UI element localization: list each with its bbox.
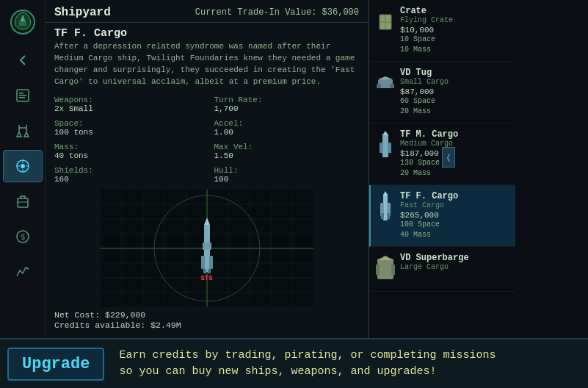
main-area: Shipyard Current Trade-In Value: $36,000… bbox=[46, 0, 588, 338]
ship-info: VD Superbarge Large Cargo bbox=[400, 253, 511, 273]
ship-thumb bbox=[375, 253, 396, 285]
sidebar-item-info[interactable] bbox=[3, 79, 43, 112]
sidebar-item-back[interactable] bbox=[3, 44, 43, 76]
ship-list-type: Flying Crate bbox=[400, 16, 511, 24]
svg-rect-1 bbox=[19, 21, 26, 26]
ship-list: Crate Flying Crate $10,000 10 Space10 Ma… bbox=[369, 0, 515, 338]
ship-list-item[interactable]: VD Superbarge Large Cargo bbox=[369, 247, 515, 292]
ship-description: After a depression related syndrome was … bbox=[46, 41, 368, 93]
sidebar-item-cargo[interactable] bbox=[3, 185, 43, 218]
ship-viewport: STS bbox=[46, 190, 368, 307]
ship-thumb bbox=[375, 129, 396, 162]
ship-thumb bbox=[375, 191, 396, 223]
svg-rect-5 bbox=[19, 97, 25, 98]
stat-accel: Accel: 1.00 bbox=[214, 119, 360, 137]
svg-rect-3 bbox=[19, 93, 23, 94]
svg-marker-39 bbox=[204, 218, 210, 225]
stat-turn-rate: Turn Rate: 1,700 bbox=[214, 96, 360, 113]
svg-rect-50 bbox=[382, 134, 388, 157]
svg-rect-37 bbox=[201, 256, 205, 269]
tip-text: Earn credits by trading, pirating, or co… bbox=[119, 348, 496, 381]
left-panel: Shipyard Current Trade-In Value: $36,000… bbox=[46, 0, 369, 338]
svg-rect-60 bbox=[377, 259, 393, 279]
svg-marker-53 bbox=[382, 131, 388, 135]
ship-list-item[interactable]: TF F. Cargo Fast Cargo $265,000 100 Spac… bbox=[369, 185, 515, 247]
sidebar-item-tools[interactable] bbox=[3, 115, 43, 147]
stat-space: Space: 100 tons bbox=[54, 119, 200, 137]
svg-rect-59 bbox=[387, 213, 390, 219]
bottom-bar: Upgrade Earn credits by trading, piratin… bbox=[0, 338, 588, 388]
scroll-left-arrow[interactable]: ❬ bbox=[442, 147, 455, 168]
sidebar-item-stats[interactable] bbox=[3, 256, 43, 288]
ship-list-item[interactable]: VD Tug Small Cargo $87,000 60 Space20 Ma… bbox=[369, 62, 515, 123]
trade-in-value: Current Trade-In Value: $36,000 bbox=[195, 7, 359, 18]
ship-list-name: VD Tug bbox=[400, 68, 511, 78]
stats-section: Weapons: 2x Small Turn Rate: 1,700 Space… bbox=[46, 93, 368, 190]
ship-list-type: Small Cargo bbox=[400, 78, 511, 86]
svg-marker-61 bbox=[377, 256, 393, 260]
svg-rect-58 bbox=[381, 213, 384, 219]
ship-info: VD Tug Small Cargo $87,000 60 Space20 Ma… bbox=[400, 68, 511, 117]
ship-list-type: Fast Cargo bbox=[400, 201, 511, 209]
ship-list-type: Medium Cargo bbox=[400, 140, 511, 148]
ship-list-price: $87,000 bbox=[400, 87, 511, 96]
ship-list-type: Large Cargo bbox=[400, 263, 511, 271]
ship-label: STS bbox=[200, 275, 212, 282]
ship-info: TF F. Cargo Fast Cargo $265,000 100 Spac… bbox=[400, 191, 511, 240]
svg-rect-13 bbox=[18, 198, 28, 207]
ship-list-stats: 10 Space10 Mass bbox=[400, 35, 511, 55]
svg-marker-47 bbox=[378, 76, 393, 79]
svg-rect-62 bbox=[376, 265, 380, 275]
sidebar-item-ship[interactable] bbox=[3, 150, 43, 182]
ship-list-name: TF F. Cargo bbox=[400, 191, 511, 201]
ship-list-name: TF M. Cargo bbox=[400, 129, 511, 140]
svg-rect-63 bbox=[391, 265, 395, 275]
stat-weapons: Weapons: 2x Small bbox=[54, 96, 200, 113]
ship-list-item[interactable]: Crate Flying Crate $10,000 10 Space10 Ma… bbox=[369, 0, 515, 62]
svg-rect-49 bbox=[390, 84, 394, 88]
ship-list-price: $265,000 bbox=[400, 211, 511, 220]
ship-list-name: VD Superbarge bbox=[400, 253, 511, 263]
stat-mass: Mass: 40 tons bbox=[54, 143, 200, 160]
stat-shields: Shields: 160 bbox=[54, 166, 200, 184]
svg-rect-38 bbox=[209, 256, 213, 269]
cost-section: Net Cost: $229,000 Credits available: $2… bbox=[46, 307, 368, 334]
ship-list-stats: 60 Space20 Mass bbox=[400, 96, 511, 117]
sidebar: $ bbox=[0, 0, 46, 388]
panel-title: Shipyard bbox=[54, 6, 111, 19]
ship-info: TF M. Cargo Medium Cargo $187,000 130 Sp… bbox=[400, 129, 511, 179]
sidebar-item-money[interactable]: $ bbox=[3, 220, 43, 253]
net-cost-line: Net Cost: $229,000 bbox=[54, 310, 359, 320]
viewport-grid: STS bbox=[101, 190, 313, 307]
svg-point-8 bbox=[21, 164, 25, 168]
stat-hull: Hull: 100 bbox=[214, 166, 360, 184]
ship-name: TF F. Cargo bbox=[46, 23, 368, 41]
svg-rect-52 bbox=[388, 143, 391, 153]
logo[interactable] bbox=[7, 6, 39, 38]
svg-rect-48 bbox=[377, 84, 381, 88]
panel-header: Shipyard Current Trade-In Value: $36,000 bbox=[46, 0, 368, 23]
svg-rect-51 bbox=[380, 143, 383, 153]
ship-list-price: $187,000 bbox=[400, 149, 511, 158]
ship-list-name: Crate bbox=[400, 6, 511, 16]
credits-line: Credits available: $2.49M bbox=[54, 320, 359, 330]
ship-list-stats: 100 Space40 Mass bbox=[400, 220, 511, 240]
ship-sprite: STS bbox=[200, 273, 212, 282]
upgrade-button[interactable]: Upgrade bbox=[7, 348, 104, 381]
svg-rect-4 bbox=[19, 95, 26, 96]
svg-text:$: $ bbox=[20, 232, 25, 242]
ship-thumb bbox=[375, 6, 396, 38]
ship-info: Crate Flying Crate $10,000 10 Space10 Ma… bbox=[400, 6, 511, 55]
svg-marker-57 bbox=[383, 191, 388, 195]
ship-list-price: $10,000 bbox=[400, 26, 511, 35]
ship-list-stats: 130 Space20 Mass bbox=[400, 158, 511, 179]
ship-thumb bbox=[375, 68, 396, 100]
stat-max-vel: Max Vel: 1.50 bbox=[214, 143, 360, 160]
svg-rect-40 bbox=[203, 242, 211, 250]
